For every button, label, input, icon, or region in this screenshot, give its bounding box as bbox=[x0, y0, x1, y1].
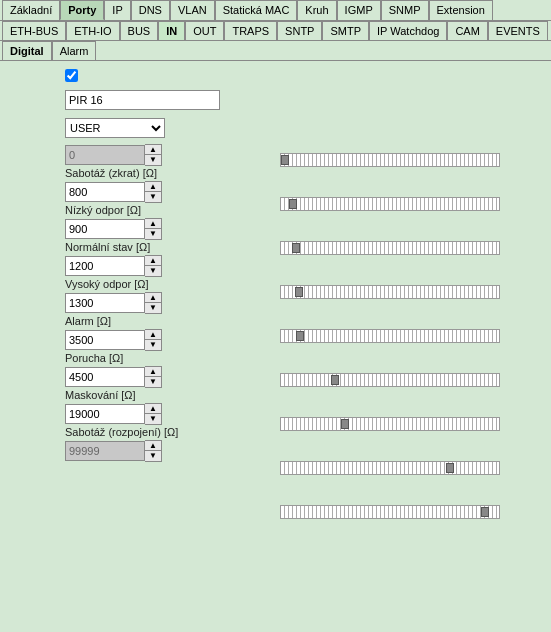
spinner-btns-nizky-odpor: ▲ ▼ bbox=[145, 181, 162, 203]
input-alarm[interactable] bbox=[65, 293, 145, 313]
label-spacer-4 bbox=[280, 348, 541, 370]
spinner-btns-max: ▲ ▼ bbox=[145, 440, 162, 462]
slider-nizky-odpor[interactable] bbox=[280, 194, 541, 214]
popis-input[interactable] bbox=[65, 90, 220, 110]
label-normalni-stav: Normální stav [Ω] bbox=[65, 241, 270, 253]
input-vysoky-odpor[interactable] bbox=[65, 256, 145, 276]
second-nav-tab-ip-watchdog[interactable]: IP Watchdog bbox=[369, 21, 447, 40]
label-maskovani: Maskování [Ω] bbox=[65, 389, 270, 401]
spinner-down-porucha[interactable]: ▼ bbox=[145, 340, 161, 350]
second-nav-tab-bus[interactable]: BUS bbox=[120, 21, 159, 40]
spinner-up-sabotaz-rozpojeni[interactable]: ▲ bbox=[145, 404, 161, 414]
slider-dots-3 bbox=[281, 286, 499, 298]
label-spacer-7 bbox=[280, 480, 541, 502]
label-spacer-6 bbox=[280, 436, 541, 458]
top-nav-tab-snmp[interactable]: SNMP bbox=[381, 0, 429, 20]
slider-maskovani[interactable] bbox=[280, 414, 541, 434]
slider-track-1 bbox=[280, 197, 500, 211]
dropdown-spacer bbox=[280, 118, 541, 144]
top-nav-tab-vlan[interactable]: VLAN bbox=[170, 0, 215, 20]
slider-thumb-7[interactable] bbox=[446, 463, 454, 473]
top-nav-tab-porty[interactable]: Porty bbox=[60, 0, 104, 20]
field-max: ▲ ▼ bbox=[65, 440, 270, 462]
second-nav-tab-eth-io[interactable]: ETH-IO bbox=[66, 21, 119, 40]
slider-thumb-6[interactable] bbox=[341, 419, 349, 429]
slider-thumb-4[interactable] bbox=[296, 331, 304, 341]
slider-dots-2 bbox=[281, 242, 499, 254]
spinner-down-sabotaz-zkrat[interactable]: ▼ bbox=[145, 155, 161, 165]
spinner-up-porucha[interactable]: ▲ bbox=[145, 330, 161, 340]
second-nav-tab-in[interactable]: IN bbox=[158, 21, 185, 40]
spinner-up-normalni-stav[interactable]: ▲ bbox=[145, 219, 161, 229]
second-nav-tab-smtp[interactable]: SMTP bbox=[322, 21, 369, 40]
input-sabotaz-rozpojeni[interactable] bbox=[65, 404, 145, 424]
second-nav-tab-eth-bus[interactable]: ETH-BUS bbox=[2, 21, 66, 40]
input-max bbox=[65, 441, 145, 461]
input-porucha[interactable] bbox=[65, 330, 145, 350]
spinner-down-nizky-odpor[interactable]: ▼ bbox=[145, 192, 161, 202]
third-nav-tab-digital[interactable]: Digital bbox=[2, 41, 52, 60]
label-spacer-5 bbox=[280, 392, 541, 414]
field-vysoky-odpor: ▲ ▼ Vysoký odpor [Ω] bbox=[65, 255, 270, 290]
label-sabotaz-zkrat: Sabotáž (zkrat) [Ω] bbox=[65, 167, 270, 179]
spinner-up-vysoky-odpor[interactable]: ▲ bbox=[145, 256, 161, 266]
slider-thumb-8[interactable] bbox=[481, 507, 489, 517]
slider-thumb-5[interactable] bbox=[331, 375, 339, 385]
spinner-porucha: ▲ ▼ bbox=[65, 329, 165, 351]
spinner-btns-sabotaz-zkrat: ▲ ▼ bbox=[145, 144, 162, 166]
spinner-normalni-stav: ▲ ▼ bbox=[65, 218, 165, 240]
slider-track-0 bbox=[280, 153, 500, 167]
label-nizky-odpor: Nízký odpor [Ω] bbox=[65, 204, 270, 216]
spinner-down-alarm[interactable]: ▼ bbox=[145, 303, 161, 313]
second-nav-tab-traps[interactable]: TRAPS bbox=[224, 21, 277, 40]
slider-sabotaz-zkrat[interactable] bbox=[280, 150, 541, 170]
slider-track-3 bbox=[280, 285, 500, 299]
second-nav-tab-cam[interactable]: CAM bbox=[447, 21, 487, 40]
slider-sabotaz-rozpojeni[interactable] bbox=[280, 458, 541, 478]
slider-thumb-0[interactable] bbox=[281, 155, 289, 165]
third-nav-tab-alarm[interactable]: Alarm bbox=[52, 41, 97, 60]
spinner-down-max[interactable]: ▼ bbox=[145, 451, 161, 461]
type-dropdown[interactable]: USER DOOR PIR TAMPER OTHER bbox=[65, 118, 165, 138]
top-nav-tab-ip[interactable]: IP bbox=[104, 0, 130, 20]
slider-normalni-stav[interactable] bbox=[280, 238, 541, 258]
input-normalni-stav[interactable] bbox=[65, 219, 145, 239]
slider-thumb-2[interactable] bbox=[292, 243, 300, 253]
popis-field-container bbox=[65, 90, 541, 110]
top-nav-tab-základní[interactable]: Základní bbox=[2, 0, 60, 20]
slider-thumb-3[interactable] bbox=[295, 287, 303, 297]
second-nav-tab-out[interactable]: OUT bbox=[185, 21, 224, 40]
input-maskovani[interactable] bbox=[65, 367, 145, 387]
slider-track-5 bbox=[280, 373, 500, 387]
spinner-down-sabotaz-rozpojeni[interactable]: ▼ bbox=[145, 414, 161, 424]
spinner-up-maskovani[interactable]: ▲ bbox=[145, 367, 161, 377]
spinner-down-maskovani[interactable]: ▼ bbox=[145, 377, 161, 387]
spinner-down-vysoky-odpor[interactable]: ▼ bbox=[145, 266, 161, 276]
second-nav-tab-events[interactable]: EVENTS bbox=[488, 21, 548, 40]
label-spacer-1 bbox=[280, 216, 541, 238]
spinner-up-alarm[interactable]: ▲ bbox=[145, 293, 161, 303]
top-nav-tab-igmp[interactable]: IGMP bbox=[337, 0, 381, 20]
input-nizky-odpor[interactable] bbox=[65, 182, 145, 202]
top-nav-tab-kruh[interactable]: Kruh bbox=[297, 0, 336, 20]
slider-porucha[interactable] bbox=[280, 370, 541, 390]
spinner-up-nizky-odpor[interactable]: ▲ bbox=[145, 182, 161, 192]
field-porucha: ▲ ▼ Porucha [Ω] bbox=[65, 329, 270, 364]
top-nav-tab-statická-mac[interactable]: Statická MAC bbox=[215, 0, 298, 20]
second-nav-tab-sntp[interactable]: SNTP bbox=[277, 21, 322, 40]
label-spacer-0 bbox=[280, 172, 541, 194]
spinner-down-normalni-stav[interactable]: ▼ bbox=[145, 229, 161, 239]
top-nav-tab-extension[interactable]: Extension bbox=[429, 0, 493, 20]
top-nav-tab-dns[interactable]: DNS bbox=[131, 0, 170, 20]
fields-area: USER DOOR PIR TAMPER OTHER ▲ ▼ Sabotáž (… bbox=[10, 118, 541, 524]
slider-thumb-1[interactable] bbox=[289, 199, 297, 209]
spinner-vysoky-odpor: ▲ ▼ bbox=[65, 255, 165, 277]
spinner-up-sabotaz-zkrat[interactable]: ▲ bbox=[145, 145, 161, 155]
slider-max[interactable] bbox=[280, 502, 541, 522]
povoleni-checkbox[interactable] bbox=[65, 69, 78, 82]
slider-alarm[interactable] bbox=[280, 326, 541, 346]
spinner-up-max[interactable]: ▲ bbox=[145, 441, 161, 451]
field-sabotaz-rozpojeni: ▲ ▼ Sabotáž (rozpojení) [Ω] bbox=[65, 403, 270, 438]
label-vysoky-odpor: Vysoký odpor [Ω] bbox=[65, 278, 270, 290]
slider-vysoky-odpor[interactable] bbox=[280, 282, 541, 302]
